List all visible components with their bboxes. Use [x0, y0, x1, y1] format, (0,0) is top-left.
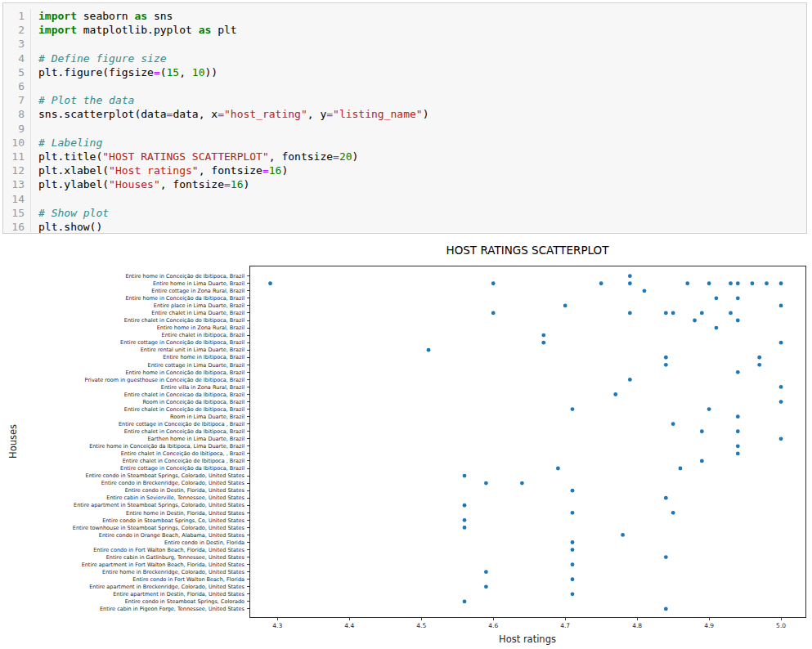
y-axis-category-label: Entire cottage in Conceição de Ibitipoca… — [119, 421, 244, 427]
code-text: plt.xlabel("Host ratings", fontsize=16) — [31, 163, 288, 177]
y-axis-category-label: Entire home in Conceição da Ibitipoca, B… — [125, 295, 244, 302]
scatter-point — [628, 281, 632, 285]
y-axis-category-label: Entire apartment in Steamboat Springs, C… — [74, 502, 245, 508]
scatter-point — [571, 489, 575, 493]
line-number: 8 — [3, 107, 31, 121]
y-axis-category-label: Entire chalet in Conceição do Ibitipoca,… — [124, 317, 244, 324]
code-line: 16plt.show() — [3, 220, 806, 234]
code-line: 8sns.scatterplot(data=data, x="host_rati… — [3, 107, 806, 121]
code-line: 13plt.ylabel("Houses", fontsize=16) — [3, 177, 806, 191]
y-axis-label: Houses — [7, 424, 19, 459]
scatter-point — [664, 496, 668, 500]
code-text: import seaborn as sns — [31, 9, 173, 23]
scatter-point — [679, 467, 683, 471]
scatter-point — [736, 281, 740, 285]
x-axis: 4.34.44.54.64.74.84.95.0 — [272, 617, 786, 629]
scatter-point — [757, 356, 761, 360]
line-number: 2 — [3, 23, 31, 37]
line-number: 3 — [3, 37, 31, 51]
y-axis-category-label: Entire chalet in Conceição de Ibitipoca,… — [124, 406, 244, 413]
y-axis-category-label: Entire chalet in Conceição da Ibitipoca,… — [124, 428, 244, 435]
y-axis-category-label: Entire cottage in Conceição do Ibitipoca… — [120, 339, 244, 346]
code-text: plt.show() — [31, 220, 102, 234]
scatter-point — [664, 363, 668, 367]
y-axis-category-label: Entire chalet in Conceição de Ibitipoca … — [123, 458, 244, 464]
y-axis-category-label: Entire condo in Steamboat Springs, Co, U… — [102, 517, 244, 524]
y-axis-category-label: Entire home in Ibitipoca, Brazil — [163, 354, 244, 360]
y-axis-category-label: Entire condo in Fort Walton Beach, Flori… — [132, 576, 244, 583]
code-cell[interactable]: 1import seaborn as sns2import matplotlib… — [2, 2, 807, 234]
scatter-point — [729, 281, 733, 285]
line-number: 10 — [3, 136, 31, 150]
y-axis-category-label: Earthen home in Lima Duarte, Brazil — [147, 436, 244, 442]
scatter-point — [736, 414, 740, 418]
scatter-point — [700, 429, 704, 433]
y-axis-category-label: Entire cottage in Conceição da Ibitipoca… — [120, 465, 244, 472]
scatter-point — [779, 341, 783, 345]
y-axis-category-label: Room in Lima Duarte, Brazil — [170, 414, 244, 420]
scatter-point — [427, 348, 431, 352]
y-axis: Entire home in Conceição de Ibitipoca, B… — [73, 273, 249, 612]
y-axis-category-label: Entire condo in Destin, Florida, United … — [125, 487, 245, 494]
code-text: import matplotlib.pyplot as plt — [31, 23, 237, 37]
scatter-point — [664, 555, 668, 559]
scatter-point — [671, 422, 675, 426]
scatter-point — [491, 281, 496, 285]
scatter-point — [463, 504, 467, 508]
y-axis-category-label: Entire place in Lima Duarte, Brazil — [154, 302, 244, 309]
scatter-point — [671, 311, 675, 316]
scatter-point — [715, 326, 719, 330]
y-axis-category-label: Entire condo in Fort Walton Beach, Flori… — [93, 547, 244, 553]
line-number: 4 — [3, 51, 31, 65]
scatter-point — [779, 400, 783, 404]
scatter-point — [779, 304, 783, 308]
y-axis-category-label: Entire home in Destin, Florida, United S… — [126, 510, 245, 517]
scatter-point — [664, 311, 668, 316]
y-axis-category-label: Entire cabin in Sevierville, Tennessee, … — [106, 495, 244, 501]
code-text: # Show plot — [31, 206, 109, 220]
code-text: # Plot the data — [31, 93, 134, 107]
scatter-point — [779, 385, 783, 389]
scatter-point — [541, 333, 545, 338]
code-line: 5plt.figure(figsize=(15, 10)) — [3, 65, 806, 79]
chart-title: HOST RATINGS SCATTERPLOT — [446, 244, 610, 257]
scatter-point — [541, 341, 545, 345]
y-axis-category-label: Private room in guesthouse in Conceição … — [85, 377, 245, 383]
scatter-point — [757, 363, 761, 367]
y-axis-category-label: Entire condo in Steamboat Springs, Color… — [86, 472, 245, 479]
scatter-point — [484, 570, 488, 574]
y-axis-category-label: Entire home in Conceição da Ibitipoca, L… — [89, 443, 244, 450]
figure-output: HOST RATINGS SCATTERPLOT Entire home in … — [0, 240, 812, 649]
scatter-point — [599, 281, 603, 285]
scatter-point — [571, 562, 575, 566]
x-axis-label: Host ratings — [499, 633, 556, 645]
code-line: 6 — [3, 79, 806, 93]
scatterplot: HOST RATINGS SCATTERPLOT Entire home in … — [0, 240, 812, 649]
y-axis-category-label: Entire apartment in Fort Walton Beach, F… — [82, 562, 245, 568]
scatter-point — [736, 444, 740, 448]
scatter-point — [463, 474, 467, 478]
code-line: 12plt.xlabel("Host ratings", fontsize=16… — [3, 163, 806, 177]
scatter-point — [563, 304, 568, 308]
code-line: 10# Labeling — [3, 136, 806, 150]
y-axis-category-label: Entire rental unit in Lima Duarte, Brazi… — [141, 347, 244, 353]
code-line: 7# Plot the data — [3, 93, 806, 107]
code-text: # Labeling — [31, 136, 102, 150]
scatter-points — [268, 274, 783, 611]
y-axis-category-label: Entire home in Conceição de Ibitipoca, B… — [125, 273, 244, 280]
line-number: 14 — [3, 192, 31, 206]
scatter-point — [779, 281, 783, 285]
line-number: 5 — [3, 65, 31, 79]
scatter-point — [571, 511, 575, 515]
scatter-point — [664, 356, 668, 360]
y-axis-category-label: Entire condo in Destin, Florida — [164, 539, 244, 546]
scatter-point — [736, 429, 740, 433]
y-axis-category-label: Entire apartment in Destin, Florida, Uni… — [113, 591, 244, 598]
scatter-point — [736, 296, 740, 300]
scatter-point — [628, 274, 632, 278]
code-line: 14 — [3, 192, 806, 206]
scatter-point — [643, 289, 647, 293]
line-number: 13 — [3, 177, 31, 191]
scatter-point — [707, 407, 711, 411]
scatter-point — [685, 281, 689, 285]
